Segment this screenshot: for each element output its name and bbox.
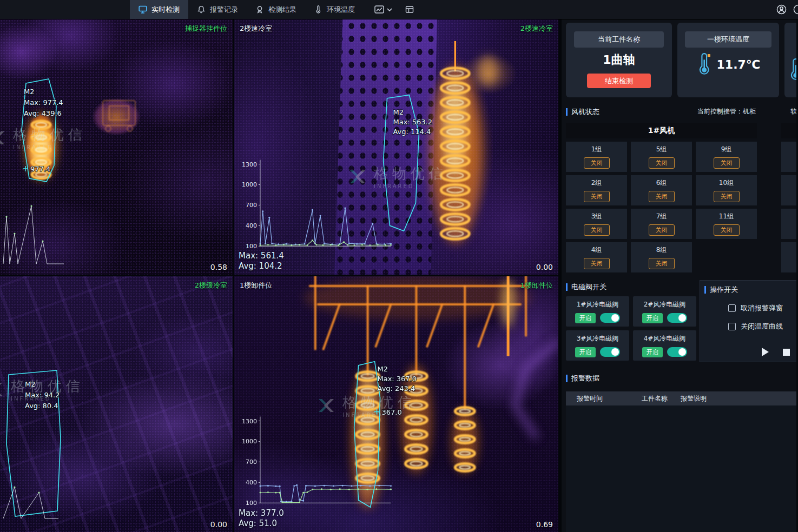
hot-glow	[452, 409, 478, 474]
takeover-option-cabinet[interactable]: 机柜	[743, 108, 756, 115]
fan-off-badge[interactable]: 关闭	[649, 191, 675, 202]
thermal-view-2f-quick-cool[interactable]: M2 Max: 563.2 Avg: 114.4 100400700100013…	[234, 19, 558, 275]
env-card-title: 一楼环境温度	[685, 31, 771, 48]
tab-realtime-detection[interactable]: 实时检测	[130, 0, 188, 19]
fan-off-badge[interactable]: 关闭	[584, 157, 610, 169]
checkbox[interactable]	[728, 323, 736, 330]
section-accent-bar	[566, 375, 568, 382]
svg-text:100: 100	[246, 500, 257, 507]
view-location-label: 2楼缓冷室	[195, 281, 227, 290]
operation-switch-title: 操作开关	[710, 285, 738, 295]
settings-icon[interactable]	[793, 4, 798, 15]
fan-off-badge[interactable]: 关闭	[714, 191, 740, 202]
valve-toggle[interactable]	[667, 347, 687, 357]
chart-menu-button[interactable]	[369, 0, 398, 19]
fan1-grid: 1组关闭5组关闭9组关闭2组关闭6组关闭10组关闭3组关闭7组关闭11组关闭4组…	[566, 142, 757, 272]
marker-max: Max: 977.4	[24, 98, 63, 107]
thermal-view-2f-slow-cool[interactable]: M2 Max: 94.2 Avg: 80.4 格物优信 INFRARED 2楼缓…	[0, 276, 233, 532]
tab-detection-results[interactable]: 检测结果	[247, 0, 305, 19]
fan-off-badge[interactable]: 关闭	[584, 224, 610, 236]
media-controls	[762, 348, 790, 356]
fan-off-badge[interactable]: 关闭	[584, 258, 610, 269]
fan-off-badge[interactable]: 关闭	[584, 191, 610, 202]
workpiece-card-title: 当前工件名称	[574, 31, 664, 48]
marker-avg: Avg: 80.4	[25, 402, 58, 410]
view-stats: Max: 377.0 Avg: 51.0	[239, 508, 284, 529]
checkbox-row[interactable]: 取消报警弹窗	[728, 303, 796, 313]
toggle-knob	[678, 314, 686, 322]
fan-group-cell: 3组关闭	[566, 209, 627, 239]
tab-label: 报警记录	[210, 5, 238, 15]
watermark-text: 格物优信	[11, 377, 84, 396]
watermark: 格物优信 INFRARED	[0, 377, 84, 402]
watermark: 格物优信 INFRARED	[0, 125, 87, 150]
thermal-view-capture-hook[interactable]: M2 Max: 977.4 Avg: 439.6 977.4 格物优信 INFR…	[0, 19, 233, 275]
valve-toggle[interactable]	[600, 347, 620, 357]
valve-on-badge: 开启	[642, 347, 663, 357]
fan-group-cell: 4组关闭	[566, 242, 627, 272]
camera-grid: M2 Max: 977.4 Avg: 439.6 977.4 格物优信 INFR…	[0, 19, 560, 532]
fan-group-cell: 11组关闭	[696, 209, 757, 239]
watermark-subtext: INFRARED	[13, 144, 87, 150]
fan-off-badge[interactable]: 关闭	[649, 224, 675, 236]
nav-tabs: 实时检测 报警记录 检测结果 环境温度	[130, 0, 364, 19]
alarm-table-body	[566, 405, 796, 532]
valve-grid: 1#风冷电磁阀开启2#风冷电磁阀开启3#风冷电磁阀开启4#风冷电磁阀开启	[566, 296, 696, 361]
fan-group-cell: 10组关闭	[696, 175, 757, 205]
checkbox-label: 关闭温度曲线	[741, 322, 783, 331]
stats-max: Max: 561.4	[239, 251, 284, 261]
toggle-knob	[678, 348, 686, 356]
end-detection-button[interactable]: 结束检测	[587, 74, 651, 88]
fan-off-badge[interactable]: 关闭	[649, 258, 675, 269]
marker-avg: Avg: 243.4	[378, 384, 416, 393]
valve-toggle[interactable]	[600, 313, 620, 323]
tab-label: 实时检测	[151, 5, 180, 15]
view-location-label: 捕捉器挂件位	[185, 24, 227, 34]
tab-env-temperature[interactable]: 环境温度	[305, 0, 364, 19]
clipped-temperature-card	[784, 23, 796, 97]
play-button[interactable]	[762, 348, 769, 356]
side-panel: 当前工件名称 1曲轴 结束检测 一楼环境温度 11.7℃	[560, 19, 796, 532]
view-location-label: 2楼速冷室	[520, 24, 553, 34]
medal-icon	[255, 5, 264, 14]
env-temperature-card: 一楼环境温度 11.7℃	[677, 23, 779, 97]
takeover-option-software[interactable]: 软件	[790, 107, 796, 116]
tab-alarm-records[interactable]: 报警记录	[188, 0, 247, 19]
svg-text:1300: 1300	[242, 418, 257, 425]
marker-max: Max: 94.2	[25, 391, 60, 399]
panel-layout-button[interactable]	[400, 0, 419, 19]
thermal-view-1f-unload[interactable]: M2 Max: 367.0 Avg: 243.4 367.0 100400700…	[234, 276, 558, 532]
fan-group-label: 1组	[591, 145, 602, 154]
checkbox-row[interactable]: 关闭温度曲线	[728, 322, 796, 331]
alarm-col-time: 报警时间	[566, 394, 642, 403]
fan-off-badge[interactable]: 关闭	[649, 157, 675, 169]
alarm-col-workpiece: 工件名称	[642, 394, 681, 403]
fan-group-cell: 1组关闭	[566, 142, 627, 172]
stop-button[interactable]	[783, 349, 790, 356]
thermal-noise	[0, 276, 233, 532]
marker-name: M2	[24, 88, 35, 96]
valve-toggle[interactable]	[667, 313, 687, 323]
fan-off-badge[interactable]: 关闭	[714, 224, 740, 236]
svg-text:1300: 1300	[242, 161, 257, 168]
alarm-col-description: 报警说明	[681, 394, 796, 403]
coil-chain-highlight	[447, 71, 463, 236]
thermal-overlay-3: M2 Max: 94.2 Avg: 80.4	[0, 276, 233, 532]
stats-avg: Avg: 51.0	[239, 518, 284, 529]
operation-switch-panel: 操作开关 取消报警弹窗关闭温度曲线	[700, 280, 796, 362]
rig-glow	[305, 276, 531, 320]
user-icon[interactable]	[776, 4, 787, 15]
takeover-label: 当前控制接管：机柜	[697, 107, 756, 116]
svg-text:700: 700	[246, 458, 257, 466]
fan-group-cell: 2组关闭	[781, 175, 796, 205]
watermark-logo	[315, 395, 337, 416]
thermal-noise	[234, 19, 558, 275]
checkbox[interactable]	[728, 304, 736, 312]
valve-label: 2#风冷电磁阀	[644, 300, 686, 309]
valve-item: 3#风冷电磁阀开启	[566, 330, 629, 361]
fan-group-cell: 5组关闭	[631, 142, 692, 172]
fan-off-badge[interactable]: 关闭	[714, 157, 740, 169]
fan-group-label: 6组	[656, 178, 667, 188]
workpiece-name: 1曲轴	[566, 52, 672, 68]
watermark-text: 格物优信	[342, 393, 416, 412]
